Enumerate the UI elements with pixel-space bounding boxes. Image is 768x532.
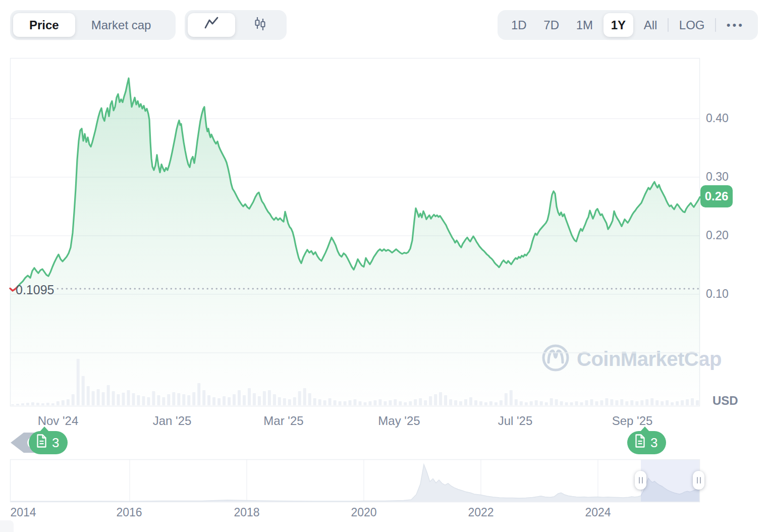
x-axis-label: May '25	[378, 414, 420, 428]
y-axis-label: 0.40	[706, 112, 729, 125]
price-area-fill	[10, 78, 700, 406]
news-events-badge[interactable]: 3	[627, 431, 666, 454]
navigator-year-label: 2022	[468, 506, 493, 519]
range-toggle: 1D 7D 1M 1Y All LOG •••	[498, 10, 758, 40]
navigator-chart[interactable]	[10, 459, 700, 502]
range-1d[interactable]: 1D	[505, 13, 533, 37]
range-all[interactable]: All	[637, 13, 664, 37]
x-axis-label: Mar '25	[263, 414, 303, 428]
candlestick-icon	[251, 15, 268, 35]
navigator-year-label: 2024	[585, 506, 611, 519]
start-price-label: 0.1095	[16, 283, 54, 297]
divider	[715, 18, 716, 32]
x-axis-label: Sep '25	[612, 414, 653, 428]
badge-pointer	[39, 427, 49, 432]
document-icon	[36, 434, 47, 452]
current-price-badge: 0.26	[700, 185, 733, 207]
badge-count: 3	[650, 435, 657, 451]
x-axis-label: Jul '25	[498, 414, 533, 428]
range-7d[interactable]: 7D	[537, 13, 566, 37]
news-events-badge[interactable]: 3	[29, 431, 68, 454]
y-axis-label: 0.20	[706, 229, 729, 242]
navigator-year-label: 2014	[10, 506, 36, 519]
y-axis-label: 0.30	[706, 170, 729, 184]
range-1y[interactable]: 1Y	[604, 13, 633, 37]
tab-market-cap[interactable]: Market cap	[75, 13, 168, 37]
line-chart-button[interactable]	[188, 13, 235, 37]
currency-unit-label: USD	[712, 394, 738, 408]
navigator-year-label: 2018	[234, 506, 259, 519]
range-1m[interactable]: 1M	[570, 13, 599, 37]
line-chart-icon	[203, 15, 220, 35]
navigator-right-handle[interactable]	[693, 471, 704, 490]
candlestick-button[interactable]	[236, 13, 284, 37]
navigator-year-label: 2016	[116, 506, 142, 519]
tab-price[interactable]: Price	[13, 13, 75, 37]
log-scale-button[interactable]: LOG	[673, 13, 711, 37]
badge-pointer	[640, 427, 650, 432]
divider	[668, 18, 669, 32]
price-chart-widget: Price Market cap	[0, 0, 768, 532]
more-options-button[interactable]: •••	[720, 13, 751, 37]
y-axis-label: 0.10	[706, 287, 729, 301]
navigator-year-label: 2020	[351, 506, 376, 519]
x-axis-label: Nov '24	[38, 414, 79, 428]
document-icon	[634, 434, 646, 452]
x-axis-label: Jan '25	[153, 414, 192, 428]
badge-count: 3	[52, 435, 59, 451]
navigator-left-handle[interactable]	[635, 471, 646, 490]
chart-type-toggle	[185, 10, 287, 40]
metric-toggle: Price Market cap	[10, 10, 176, 40]
